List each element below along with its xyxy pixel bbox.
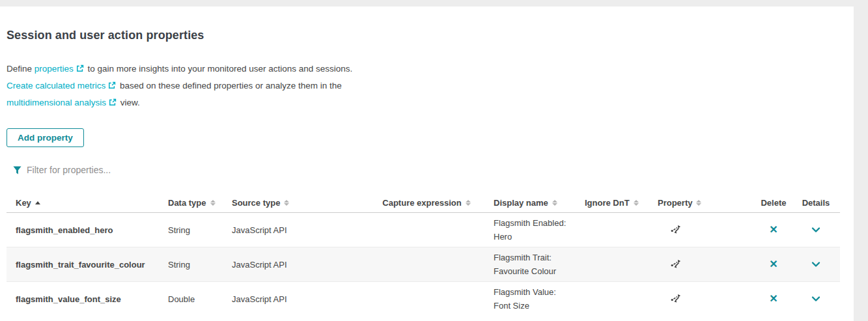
description-line1-pre: Define [7, 64, 35, 74]
diverging-arrows-icon [669, 292, 682, 305]
column-header-display-name[interactable]: Display name [494, 198, 585, 208]
external-link-icon [108, 81, 116, 89]
property-key: flagsmith_enabled_hero [7, 225, 168, 235]
external-link-icon [76, 64, 84, 72]
property-source-type: JavaScript API [232, 225, 359, 235]
description-line2-post: based on these defined properties or ana… [117, 81, 341, 91]
page-title: Session and user action properties [7, 29, 204, 42]
content-panel: Session and user action properties Defin… [0, 7, 854, 321]
chevron-down-icon[interactable] [810, 293, 822, 305]
sort-icon [634, 200, 639, 206]
sort-icon [466, 200, 471, 206]
sort-icon [552, 200, 557, 206]
page-background-right [854, 0, 868, 321]
column-header-details: Details [792, 198, 840, 208]
property-source-type: JavaScript API [232, 260, 359, 270]
table-row: flagsmith_trait_favourite_colour String … [7, 247, 840, 282]
column-header-key[interactable]: Key [7, 198, 168, 208]
funnel-icon [13, 166, 21, 174]
chevron-down-icon[interactable] [810, 258, 822, 270]
table-row: flagsmith_enabled_hero String JavaScript… [7, 213, 840, 247]
add-property-button[interactable]: Add property [7, 128, 84, 147]
filter-bar [13, 165, 417, 175]
chevron-down-icon[interactable] [810, 224, 822, 236]
page-background-top [0, 0, 868, 7]
description-line1-post: to gain more insights into your monitore… [85, 64, 352, 74]
column-header-delete: Delete [755, 198, 792, 208]
column-header-source-type[interactable]: Source type [232, 198, 359, 208]
column-header-ignore-dnt[interactable]: Ignore DnT [585, 198, 658, 208]
column-header-data-type[interactable]: Data type [168, 198, 232, 208]
sort-ascending-icon [35, 201, 40, 204]
filter-properties-input[interactable] [27, 165, 391, 175]
properties-link[interactable]: properties [35, 64, 74, 74]
delete-button[interactable]: ✕ [769, 225, 777, 235]
property-source-type: JavaScript API [232, 294, 359, 304]
property-display-name: Flagsmith Value:Font Size [494, 282, 585, 316]
property-data-type: String [168, 260, 232, 270]
diverging-arrows-icon [669, 258, 682, 271]
multidimensional-analysis-link[interactable]: multidimensional analysis [7, 98, 106, 107]
create-calculated-metrics-link[interactable]: Create calculated metrics [7, 81, 105, 91]
delete-button[interactable]: ✕ [769, 259, 777, 270]
description-line3-post: view. [118, 98, 140, 107]
diverging-arrows-icon [669, 223, 682, 236]
column-header-property[interactable]: Property [658, 198, 755, 208]
table-row: flagsmith_value_font_size Double JavaScr… [7, 282, 840, 316]
description-text: Define properties to gain more insights … [7, 61, 352, 111]
table-header-row: Key Data type Source type Capture expres… [7, 193, 840, 213]
property-data-type: Double [168, 294, 232, 304]
property-display-name: Flagsmith Trait:Favourite Colour [494, 247, 585, 281]
properties-table: Key Data type Source type Capture expres… [7, 193, 840, 316]
sort-icon [696, 200, 701, 206]
sort-icon [210, 200, 216, 206]
delete-button[interactable]: ✕ [769, 294, 777, 304]
column-header-capture-expression[interactable]: Capture expression [359, 198, 494, 208]
property-display-name: Flagsmith Enabled:Hero [494, 213, 585, 247]
property-key: flagsmith_value_font_size [7, 294, 168, 304]
sort-icon [284, 200, 289, 206]
property-data-type: String [168, 225, 232, 235]
property-key: flagsmith_trait_favourite_colour [7, 260, 168, 270]
external-link-icon [109, 98, 117, 106]
